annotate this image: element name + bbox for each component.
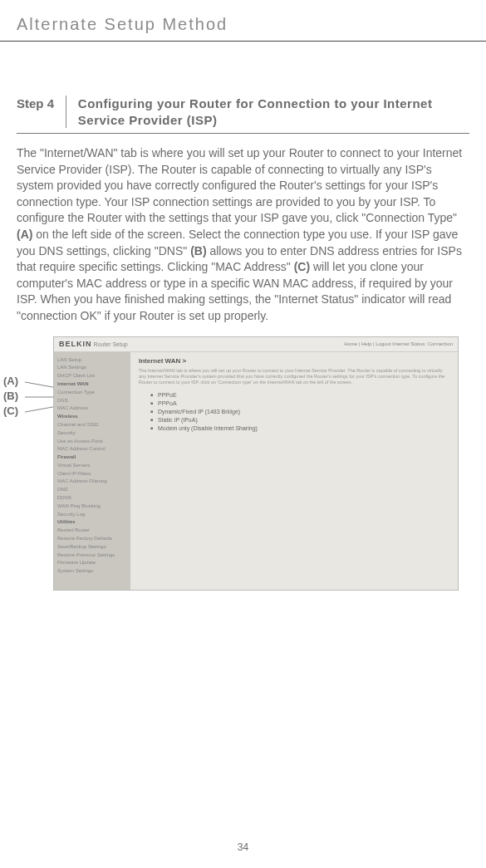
router-ui-screenshot: BELKIN Router Setup Home | Help | Logout…: [53, 336, 459, 591]
nav-item-connection-type[interactable]: Connection Type: [57, 390, 127, 396]
option-row[interactable]: Static IP (IPoA): [150, 417, 449, 423]
nav-item[interactable]: Security Log: [57, 512, 127, 518]
page-number: 34: [0, 841, 486, 853]
step-title: Configuring your Router for Connection t…: [78, 96, 469, 128]
step-label: Step 4: [17, 96, 54, 110]
page-header: Alternate Setup Method: [0, 0, 486, 42]
callout-labels: (A) (B) (C): [3, 375, 18, 419]
brand-subtitle: Router Setup: [93, 341, 127, 347]
content-panel: Internet WAN > The Internet/WAN tab is w…: [130, 352, 458, 590]
nav-item[interactable]: MAC Address Control: [57, 446, 127, 453]
nav-item[interactable]: Save/Backup Settings: [57, 544, 127, 551]
nav-sidebar: LAN Setup LAN Settings DHCP Client List …: [54, 352, 130, 590]
nav-item[interactable]: Client IP Filters: [57, 471, 127, 478]
nav-item[interactable]: DDNS: [57, 495, 127, 502]
nav-item[interactable]: Utilities: [57, 519, 127, 526]
nav-item[interactable]: DHCP Client List: [57, 373, 127, 380]
tag-c-inline: (C): [294, 260, 310, 273]
nav-item[interactable]: Firewall: [57, 454, 127, 461]
tag-a-inline: (A): [17, 228, 32, 241]
callout-a: (A): [3, 374, 18, 389]
callout-c: (C): [3, 404, 18, 419]
nav-item[interactable]: Virtual Servers: [57, 463, 127, 469]
option-row[interactable]: Dynamic/Fixed IP (1483 Bridge): [150, 409, 449, 414]
nav-item-dns[interactable]: DNS: [57, 398, 127, 405]
brand-logo: BELKIN: [59, 340, 92, 348]
para-part1: The "Internet/WAN" tab is where you will…: [17, 146, 462, 224]
vertical-divider: [66, 96, 66, 128]
nav-item[interactable]: WAN Ping Blocking: [57, 503, 127, 510]
nav-item[interactable]: LAN Setup: [57, 357, 127, 364]
screenshot-topbar: BELKIN Router Setup Home | Help | Logout…: [54, 337, 458, 352]
nav-item[interactable]: MAC Address Filtering: [57, 478, 127, 485]
nav-item[interactable]: LAN Settings: [57, 365, 127, 371]
nav-item[interactable]: DMZ: [57, 487, 127, 493]
nav-item[interactable]: Security: [57, 430, 127, 437]
callout-b: (B): [3, 389, 18, 404]
nav-item[interactable]: Firmware Update: [57, 560, 127, 566]
content-text: The Internet/WAN tab is where you will s…: [139, 368, 449, 385]
option-row[interactable]: PPPoE: [150, 392, 449, 398]
option-row[interactable]: Modem only (Disable Internet Sharing): [150, 425, 449, 431]
nav-item[interactable]: Channel and SSID: [57, 422, 127, 429]
content-title: Internet WAN >: [139, 357, 449, 365]
nav-item[interactable]: Restore Factory Defaults: [57, 536, 127, 542]
nav-item[interactable]: Restart Router: [57, 527, 127, 534]
nav-item[interactable]: Wireless: [57, 414, 127, 420]
tag-b-inline: (B): [190, 244, 206, 257]
nav-item[interactable]: Restore Previous Settings: [57, 552, 127, 559]
body-paragraph: The "Internet/WAN" tab is where you will…: [0, 142, 486, 336]
screenshot-region: (A) (B) (C) BELKIN Router Setup Home | H…: [0, 336, 486, 591]
nav-item-active[interactable]: Internet WAN: [57, 381, 127, 388]
nav-item[interactable]: Use as Access Point: [57, 439, 127, 445]
top-links: Home | Help | Logout Internet Status: Co…: [344, 341, 453, 346]
step-row: Step 4 Configuring your Router for Conne…: [0, 96, 486, 133]
option-row[interactable]: PPPoA: [150, 400, 449, 406]
nav-item[interactable]: System Settings: [57, 568, 127, 575]
rule: [17, 133, 469, 134]
nav-item-mac[interactable]: MAC Address: [57, 405, 127, 412]
